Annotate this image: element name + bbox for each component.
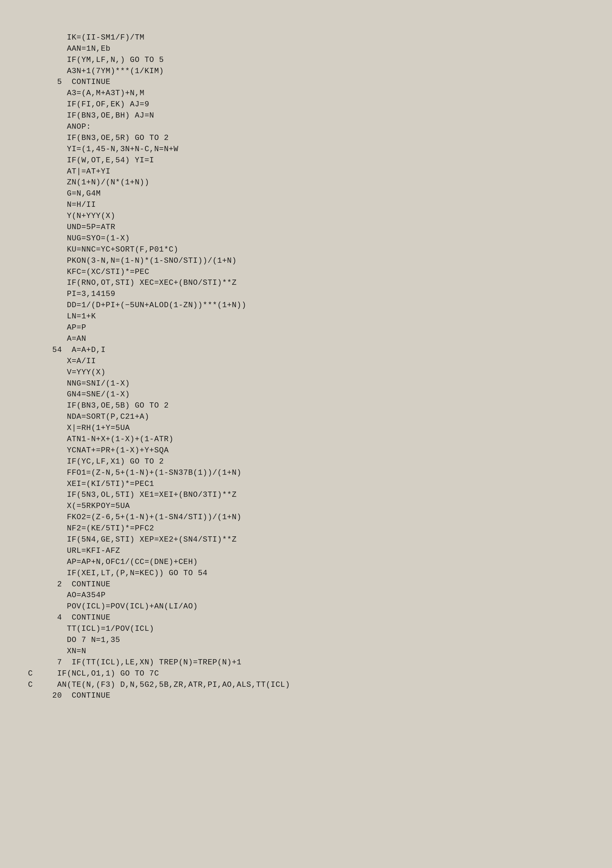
code-line: POV(ICL)=POV(ICL)+AN(LI/AO) [28,601,584,612]
code-line: KU=NNC=YC+SORT(F,P01*C) [28,244,584,256]
code-line: FKO2=(Z-6,5+(1-N)+(1-SN4/STI))/(1+N) [28,512,584,523]
code-line: A3=(A,M+A3T)+N,M [28,88,584,99]
code-line: ZN(1+N)/(N*(1+N)) [28,177,584,188]
code-line: AAN=1N,Eb [28,43,584,54]
code-line: IF(5N3,OL,5TI) XE1=XEI+(BNO/3TI)**Z [28,490,584,501]
code-line: XEI=(KI/5TI)*=PEC1 [28,479,584,490]
code-line: UND=5P=ATR [28,222,584,233]
code-line: Y(N+YYY(X) [28,211,584,222]
code-line: C AN(TE(N,(F3) D,N,5G2,5B,ZR,ATR,PI,AO,A… [28,679,584,691]
code-line: V=YYY(X) [28,367,584,378]
code-line: YI=(1,45-N,3N+N-C,N=N+W [28,144,584,155]
code-line: PKON(3-N,N=(1-N)*(1-SNO/STI))/(1+N) [28,256,584,267]
code-line: FFO1=(Z-N,5+(1-N)+(1-SN37B(1))/(1+N) [28,467,584,479]
code-line: 5 CONTINUE [28,77,584,88]
code-line: 4 CONTINUE [28,612,584,623]
code-line: URL=KFI-AFZ [28,546,584,556]
code-line: IF(W,OT,E,54) YI=I [28,155,584,166]
code-line: IF(XEI,LT,(P,N=KEC)) GO TO 54 [28,568,584,579]
code-line: NF2=(KE/5TI)*=PFC2 [28,523,584,534]
code-line: 7 IF(TT(ICL),LE,XN) TREP(N)=TREP(N)+1 [28,657,584,668]
code-line: XN=N [28,646,584,657]
code-line: AT|=AT+YI [28,166,584,177]
code-line: A3N+1(7YM)***(1/KIM) [28,66,584,77]
code-line: DO 7 N=1,35 [28,635,584,646]
code-line: X=A/II [28,356,584,367]
code-line: A=AN [28,333,584,345]
code-line: IF(BN3,OE,BH) AJ=N [28,110,584,121]
code-line: IF(BN3,OE,5R) GO TO 2 [28,133,584,144]
code-line: IK=(II-SM1/F)/TM [28,32,584,43]
code-line: IF(5N4,GE,STI) XEP=XE2+(SN4/STI)**Z [28,534,584,546]
code-line: NUG=SYO=(1-X) [28,233,584,244]
code-line: IF(YM,LF,N,) GO TO 5 [28,54,584,66]
code-line: G=N,G4M [28,188,584,199]
code-line: AO=A354P [28,590,584,601]
code-line: NNG=SNI/(1-X) [28,378,584,389]
code-line: PI=3,14159 [28,288,584,300]
code-line: ATN1-N+X+(1-X)+(1-ATR) [28,434,584,445]
code-line: 54 A=A+D,I [28,345,584,356]
code-line: NDA=SORT(P,C21+A) [28,411,584,423]
code-line: KFC=(XC/STI)*=PEC [28,267,584,278]
code-listing: IK=(II-SM1/F)/TM AAN=1N,Eb IF(YM,LF,N,) … [28,21,584,701]
code-line: 20 CONTINUE [28,690,584,701]
code-line: C IF(NCL,O1,1) GO TO 7C [28,668,584,679]
code-line: X|=RH(1+Y=5UA [28,423,584,434]
code-line: IF(YC,LF,X1) GO TO 2 [28,456,584,467]
code-line: ANOP: [28,121,584,133]
code-line: X(=5RKPOY=5UA [28,501,584,512]
code-line: IF(FI,OF,EK) AJ=9 [28,99,584,110]
code-line: YCNAT+=PR+(1-X)+Y+SQA [28,445,584,456]
code-line: N=H/II [28,199,584,211]
code-line: TT(ICL)=1/POV(ICL) [28,623,584,635]
code-line: AP=AP+N,OFC1/(CC=(DNE)+CEH) [28,556,584,568]
code-line: DD=1/(D+PI+(−5UN+ALOD(1-ZN))***(1+N)) [28,300,584,311]
code-line: IF(RNO,OT,STI) XEC=XEC+(BNO/STI)**Z [28,277,584,288]
code-line: LN=1+K [28,311,584,322]
code-line: 2 CONTINUE [28,579,584,590]
code-line: GN4=SNE/(1-X) [28,389,584,400]
code-line: IF(BN3,OE,5B) GO TO 2 [28,400,584,411]
code-line: AP=P [28,322,584,333]
